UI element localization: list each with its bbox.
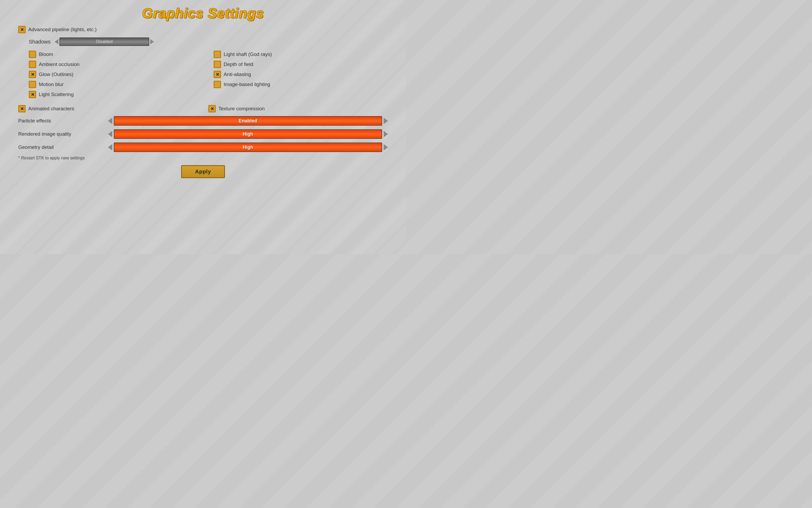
shadows-value: Disabled (96, 39, 113, 44)
depth-of-field-checkbox[interactable] (214, 61, 221, 68)
animated-characters-label: Animated characters (28, 106, 74, 112)
animated-characters-checkbox[interactable] (18, 105, 26, 113)
light-scattering-label: Light Scattering (39, 92, 74, 97)
bloom-label: Bloom (39, 51, 53, 57)
shadows-arrow-left[interactable] (55, 39, 58, 44)
ambient-occlusion-checkbox[interactable] (29, 61, 36, 68)
particle-effects-label: Particle effects (18, 118, 108, 124)
motion-blur-checkbox[interactable] (29, 81, 36, 88)
rendered-image-quality-value: High (243, 131, 253, 137)
rendered-image-quality-arrow-right[interactable] (384, 131, 388, 137)
texture-compression-checkbox[interactable] (208, 105, 216, 113)
geometry-detail-track: High (114, 142, 382, 152)
bloom-checkbox[interactable] (29, 51, 36, 58)
particle-effects-arrow-right[interactable] (384, 118, 388, 124)
advanced-pipeline-label: Advanced pipeline (lights, etc.) (28, 27, 97, 33)
rendered-image-quality-track: High (114, 129, 382, 139)
geometry-detail-row: Geometry detail High (18, 142, 388, 152)
page-title: Graphics Settings (142, 5, 264, 21)
glow-label: Glow (Outlines) (39, 72, 73, 77)
rendered-image-quality-slider[interactable]: High (108, 129, 388, 139)
shadows-slider[interactable]: Disabled (55, 38, 154, 46)
rendered-image-quality-label: Rendered image quality (18, 131, 108, 137)
glow-checkbox[interactable] (29, 71, 36, 78)
geometry-detail-arrow-right[interactable] (384, 144, 388, 151)
advanced-pipeline-checkbox[interactable] (18, 26, 26, 33)
geometry-detail-slider[interactable]: High (108, 142, 388, 152)
geometry-detail-value: High (243, 144, 253, 150)
rendered-image-quality-arrow-left[interactable] (108, 131, 112, 137)
apply-button[interactable]: Apply (181, 165, 225, 178)
texture-compression-label: Texture compression (218, 106, 265, 112)
light-shaft-label: Light shaft (God rays) (224, 51, 272, 57)
geometry-detail-label: Geometry detail (18, 144, 108, 150)
image-based-lighting-label: Image-based lighting (224, 82, 270, 87)
particle-effects-slider[interactable]: Enabled (108, 116, 388, 126)
light-shaft-checkbox[interactable] (214, 51, 221, 58)
image-based-lighting-checkbox[interactable] (214, 81, 221, 88)
shadows-arrow-right[interactable] (150, 39, 154, 44)
particle-effects-value: Enabled (239, 118, 257, 124)
particle-effects-arrow-left[interactable] (108, 118, 112, 124)
depth-of-field-label: Depth of field (224, 61, 253, 67)
motion-blur-label: Motion blur (39, 82, 64, 87)
geometry-detail-arrow-left[interactable] (108, 144, 112, 151)
light-scattering-checkbox[interactable] (29, 91, 36, 98)
shadows-label: Shadows (29, 39, 50, 45)
rendered-image-quality-row: Rendered image quality High (18, 129, 388, 139)
particle-effects-track: Enabled (114, 116, 382, 126)
ambient-occlusion-label: Ambient occlusion (39, 61, 79, 67)
shadows-track: Disabled (59, 38, 149, 46)
restart-notice: * Restart STK to apply new settings (18, 156, 388, 161)
anti-aliasing-checkbox[interactable] (214, 71, 221, 78)
particle-effects-row: Particle effects Enabled (18, 116, 388, 126)
anti-aliasing-label: Anti-aliasing (224, 72, 251, 77)
